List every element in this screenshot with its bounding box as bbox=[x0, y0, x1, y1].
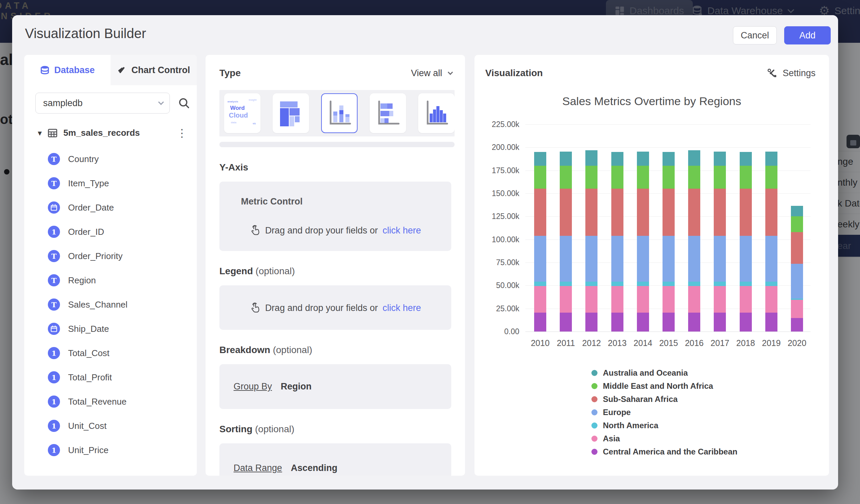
bar-segment[interactable] bbox=[560, 166, 572, 189]
bar-segment[interactable] bbox=[765, 236, 777, 282]
bar-segment[interactable] bbox=[740, 282, 752, 286]
bar-segment[interactable] bbox=[611, 286, 624, 313]
bar-2014[interactable] bbox=[637, 152, 649, 332]
bar-segment[interactable] bbox=[688, 286, 700, 313]
bar-segment[interactable] bbox=[791, 300, 803, 318]
field-item-order_priority[interactable]: TOrder_Priority bbox=[24, 244, 197, 268]
bar-segment[interactable] bbox=[791, 206, 803, 216]
field-item-order_date[interactable]: Order_Date bbox=[24, 196, 197, 220]
bar-segment[interactable] bbox=[765, 286, 777, 313]
search-icon[interactable] bbox=[178, 97, 190, 109]
bar-segment[interactable] bbox=[662, 166, 675, 189]
kebab-menu-icon[interactable]: ⋮ bbox=[176, 130, 187, 136]
bar-segment[interactable] bbox=[611, 152, 624, 166]
bar-segment[interactable] bbox=[791, 232, 803, 264]
bar-2012[interactable] bbox=[585, 150, 598, 332]
chart-type-word-cloud[interactable]: analysisinsightWordClouddataviz bbox=[224, 93, 260, 133]
bar-segment[interactable] bbox=[611, 166, 624, 189]
bar-segment[interactable] bbox=[765, 166, 777, 189]
table-tree-row[interactable]: ▾ 5m_sales_records ⋮ bbox=[38, 128, 187, 138]
click-here-link[interactable]: click here bbox=[383, 226, 421, 236]
horizontal-scrollbar[interactable] bbox=[219, 142, 455, 147]
add-button[interactable]: Add bbox=[784, 26, 831, 44]
chart-type-stacked-column[interactable] bbox=[321, 93, 358, 133]
bar-segment[interactable] bbox=[585, 166, 598, 189]
legend-item[interactable]: Europe bbox=[591, 406, 737, 419]
bar-segment[interactable] bbox=[585, 313, 598, 332]
bar-2018[interactable] bbox=[740, 152, 752, 332]
field-item-unit_price[interactable]: 1Unit_Price bbox=[24, 438, 197, 462]
bar-segment[interactable] bbox=[765, 152, 777, 166]
bar-segment[interactable] bbox=[611, 282, 624, 286]
bar-segment[interactable] bbox=[534, 166, 546, 189]
bar-segment[interactable] bbox=[637, 166, 649, 189]
bar-segment[interactable] bbox=[534, 236, 546, 282]
bar-segment[interactable] bbox=[534, 313, 546, 332]
field-item-total_profit[interactable]: 1Total_Profit bbox=[24, 365, 197, 389]
bar-2019[interactable] bbox=[765, 152, 777, 332]
bar-2010[interactable] bbox=[534, 152, 546, 332]
bar-segment[interactable] bbox=[791, 264, 803, 299]
bar-segment[interactable] bbox=[585, 236, 598, 282]
bar-segment[interactable] bbox=[637, 286, 649, 313]
legend-item[interactable]: Asia bbox=[591, 432, 737, 445]
chart-settings-button[interactable]: Settings bbox=[767, 68, 816, 78]
bar-segment[interactable] bbox=[740, 189, 752, 235]
bar-segment[interactable] bbox=[740, 313, 752, 332]
metric-control-dropzone[interactable]: Metric Control Drag and drop your fields… bbox=[219, 182, 451, 251]
bar-segment[interactable] bbox=[662, 152, 675, 166]
bar-segment[interactable] bbox=[714, 236, 726, 282]
bar-2017[interactable] bbox=[714, 152, 726, 332]
field-item-order_id[interactable]: 1Order_ID bbox=[24, 220, 197, 244]
chart-type-stacked-bar[interactable] bbox=[370, 93, 406, 133]
chart-type-treemap[interactable] bbox=[273, 93, 309, 133]
database-select[interactable]: sampledb bbox=[35, 93, 170, 114]
bar-segment[interactable] bbox=[740, 152, 752, 166]
bar-segment[interactable] bbox=[688, 282, 700, 286]
bar-segment[interactable] bbox=[560, 152, 572, 166]
bar-2016[interactable] bbox=[688, 150, 700, 332]
bar-segment[interactable] bbox=[791, 318, 803, 332]
bar-segment[interactable] bbox=[740, 286, 752, 313]
bar-2015[interactable] bbox=[662, 152, 675, 332]
bar-segment[interactable] bbox=[534, 152, 546, 166]
bar-segment[interactable] bbox=[560, 313, 572, 332]
bar-segment[interactable] bbox=[740, 166, 752, 189]
bar-segment[interactable] bbox=[740, 236, 752, 282]
bar-segment[interactable] bbox=[585, 282, 598, 286]
bar-segment[interactable] bbox=[637, 152, 649, 166]
group-by-label[interactable]: Group By bbox=[233, 381, 272, 392]
bar-segment[interactable] bbox=[585, 150, 598, 166]
bar-segment[interactable] bbox=[637, 282, 649, 286]
cancel-button[interactable]: Cancel bbox=[733, 26, 777, 44]
field-item-ship_date[interactable]: Ship_Date bbox=[24, 317, 197, 341]
field-item-total_cost[interactable]: 1Total_Cost bbox=[24, 341, 197, 365]
bar-segment[interactable] bbox=[637, 236, 649, 282]
bar-segment[interactable] bbox=[662, 189, 675, 235]
legend-item[interactable]: Middle East and North Africa bbox=[591, 379, 737, 392]
sort-field-label[interactable]: Data Range bbox=[233, 463, 282, 473]
tab-chart-control[interactable]: Chart Control bbox=[111, 55, 197, 85]
bar-segment[interactable] bbox=[662, 236, 675, 282]
bar-segment[interactable] bbox=[765, 282, 777, 286]
bar-segment[interactable] bbox=[688, 166, 700, 189]
field-item-country[interactable]: TCountry bbox=[24, 147, 197, 171]
bar-segment[interactable] bbox=[662, 282, 675, 286]
bar-segment[interactable] bbox=[637, 313, 649, 332]
bar-segment[interactable] bbox=[637, 189, 649, 235]
bar-segment[interactable] bbox=[714, 286, 726, 313]
view-all-button[interactable]: View all bbox=[411, 68, 451, 78]
bar-2020[interactable] bbox=[791, 206, 803, 332]
bar-segment[interactable] bbox=[560, 236, 572, 282]
field-item-unit_cost[interactable]: 1Unit_Cost bbox=[24, 414, 197, 438]
click-here-link[interactable]: click here bbox=[383, 303, 421, 313]
bar-segment[interactable] bbox=[688, 236, 700, 282]
bar-segment[interactable] bbox=[765, 313, 777, 332]
bar-segment[interactable] bbox=[688, 150, 700, 166]
bar-segment[interactable] bbox=[534, 282, 546, 286]
tab-database[interactable]: Database bbox=[24, 55, 111, 85]
bar-segment[interactable] bbox=[688, 189, 700, 235]
bar-segment[interactable] bbox=[714, 189, 726, 235]
bar-segment[interactable] bbox=[791, 216, 803, 232]
chart-type-histogram[interactable] bbox=[418, 93, 455, 133]
